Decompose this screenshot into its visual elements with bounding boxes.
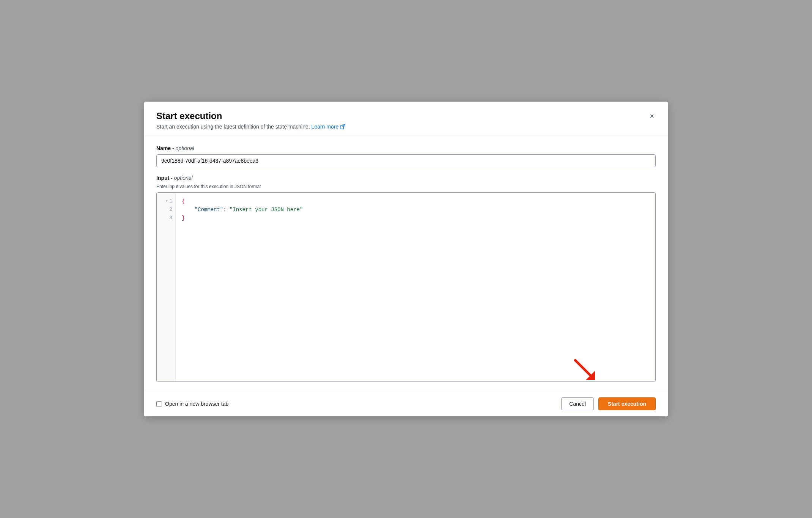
line-number-1: ▾ 1: [160, 197, 172, 206]
colon-separator: :: [223, 207, 230, 213]
cancel-button[interactable]: Cancel: [561, 397, 594, 410]
collapse-arrow-icon: ▾: [165, 197, 168, 206]
input-field-label: Input - optional: [156, 175, 656, 181]
new-tab-checkbox[interactable]: [156, 401, 162, 407]
start-execution-button[interactable]: Start execution: [598, 397, 656, 410]
name-field-container: Name - optional: [156, 145, 656, 167]
input-field-container: Input - optional Enter input values for …: [156, 175, 656, 382]
new-tab-checkbox-label[interactable]: Open in a new browser tab: [156, 401, 228, 407]
close-brace: }: [182, 215, 185, 221]
open-brace: {: [182, 198, 185, 204]
learn-more-link[interactable]: Learn more: [312, 124, 346, 130]
line-number-2: 2: [160, 206, 172, 214]
name-label-text: Name: [156, 145, 171, 151]
name-field-label: Name - optional: [156, 145, 656, 151]
modal-footer: Open in a new browser tab Cancel Start e…: [144, 391, 668, 416]
name-input[interactable]: [156, 154, 656, 167]
modal-subtitle: Start an execution using the latest defi…: [156, 124, 345, 130]
editor-resize-handle[interactable]: [157, 381, 655, 382]
modal-header: Start execution Start an execution using…: [144, 102, 668, 136]
input-description: Enter input values for this execution in…: [156, 184, 656, 189]
learn-more-label: Learn more: [312, 124, 339, 130]
code-line-2: "Comment": "Insert your JSON here": [182, 206, 649, 214]
key-comment: "Comment": [195, 207, 223, 213]
name-optional-text: optional: [176, 145, 194, 151]
line-numbers: ▾ 1 2 3: [157, 193, 176, 381]
modal-body: Name - optional Input - optional Enter i…: [144, 136, 668, 391]
input-label-text: Input: [156, 175, 169, 181]
new-tab-label: Open in a new browser tab: [165, 401, 228, 407]
external-link-icon: [340, 124, 345, 129]
close-button[interactable]: ×: [648, 111, 656, 121]
modal-header-content: Start execution Start an execution using…: [156, 111, 345, 130]
input-optional-text: optional: [174, 175, 193, 181]
subtitle-text: Start an execution using the latest defi…: [156, 124, 310, 130]
line-number-3: 3: [160, 214, 172, 222]
modal-title: Start execution: [156, 111, 345, 121]
modal-backdrop: Start execution Start an execution using…: [0, 0, 812, 518]
start-execution-modal: Start execution Start an execution using…: [144, 102, 668, 416]
editor-inner: ▾ 1 2 3 { "Comment": [157, 193, 655, 381]
value-comment: "Insert your JSON here": [230, 207, 303, 213]
footer-actions: Cancel Start execution: [561, 397, 656, 410]
code-content[interactable]: { "Comment": "Insert your JSON here" }: [176, 193, 655, 381]
json-editor[interactable]: ▾ 1 2 3 { "Comment": [156, 192, 656, 382]
code-line-1: {: [182, 197, 649, 206]
code-line-3: }: [182, 214, 649, 222]
